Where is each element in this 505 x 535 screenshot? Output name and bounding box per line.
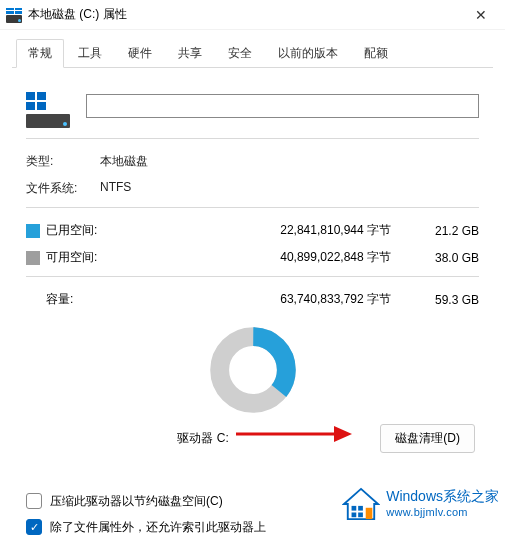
used-bytes: 22,841,810,944 字节 <box>118 222 409 239</box>
tab-tools[interactable]: 工具 <box>66 39 114 68</box>
free-bytes: 40,899,022,848 字节 <box>118 249 409 266</box>
drive-icon <box>6 7 22 23</box>
tab-security[interactable]: 安全 <box>216 39 264 68</box>
free-label: 可用空间: <box>46 249 118 266</box>
free-color-swatch <box>26 251 40 265</box>
tab-general[interactable]: 常规 <box>16 39 64 68</box>
svg-point-2 <box>231 348 275 392</box>
fs-value: NTFS <box>100 180 479 197</box>
svg-rect-10 <box>366 508 373 519</box>
svg-rect-6 <box>352 506 357 511</box>
separator <box>26 207 479 208</box>
tabs: 常规 工具 硬件 共享 安全 以前的版本 配额 <box>12 38 493 68</box>
tab-hardware[interactable]: 硬件 <box>116 39 164 68</box>
used-gb: 21.2 GB <box>409 224 479 238</box>
compress-label: 压缩此驱动器以节约磁盘空间(C) <box>50 493 223 509</box>
capacity-bytes: 63,740,833,792 字节 <box>118 291 409 308</box>
volume-name-input[interactable] <box>86 94 479 118</box>
index-checkbox[interactable]: ✓ <box>26 519 42 535</box>
svg-rect-7 <box>358 506 363 511</box>
titlebar: 本地磁盘 (C:) 属性 ✕ <box>0 0 505 30</box>
close-button[interactable]: ✕ <box>463 1 499 29</box>
chart-caption: 驱动器 C: <box>26 430 380 447</box>
watermark-url: www.bjjmlv.com <box>386 504 499 520</box>
fs-label: 文件系统: <box>26 180 100 197</box>
separator <box>26 276 479 277</box>
window-title: 本地磁盘 (C:) 属性 <box>28 6 463 23</box>
capacity-gb: 59.3 GB <box>409 293 479 307</box>
tab-prev[interactable]: 以前的版本 <box>266 39 350 68</box>
free-gb: 38.0 GB <box>409 251 479 265</box>
content: 类型: 本地磁盘 文件系统: NTFS 已用空间: 22,841,810,944… <box>0 68 505 535</box>
drive-large-icon <box>26 84 70 128</box>
house-icon <box>342 487 380 521</box>
svg-rect-9 <box>358 513 363 518</box>
used-label: 已用空间: <box>46 222 118 239</box>
compress-checkbox[interactable] <box>26 493 42 509</box>
donut-chart-icon <box>209 326 297 414</box>
watermark-title: Windows系统之家 <box>386 488 499 504</box>
tab-quota[interactable]: 配额 <box>352 39 400 68</box>
disk-cleanup-button[interactable]: 磁盘清理(D) <box>380 424 475 453</box>
type-value: 本地磁盘 <box>100 153 479 170</box>
used-color-swatch <box>26 224 40 238</box>
capacity-label: 容量: <box>46 291 118 308</box>
index-label: 除了文件属性外，还允许索引此驱动器上 <box>50 519 266 535</box>
svg-rect-8 <box>352 513 357 518</box>
type-label: 类型: <box>26 153 100 170</box>
separator <box>26 138 479 139</box>
tab-sharing[interactable]: 共享 <box>166 39 214 68</box>
watermark: Windows系统之家 www.bjjmlv.com <box>342 487 499 521</box>
usage-chart <box>26 326 479 414</box>
